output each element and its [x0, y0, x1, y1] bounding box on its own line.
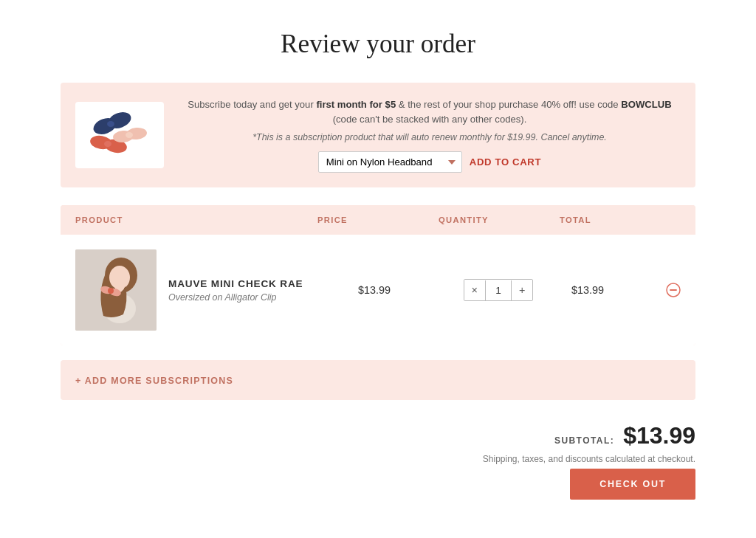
svg-point-17	[108, 288, 114, 294]
product-variant: Oversized on Alligator Clip	[168, 292, 303, 303]
svg-point-12	[109, 266, 130, 289]
col-header-product: PRODUCT	[75, 215, 317, 224]
order-table-body: MAUVE MINI CHECK RAE Oversized on Alliga…	[61, 235, 695, 345]
quantity-value: 1	[485, 280, 512, 300]
table-row: MAUVE MINI CHECK RAE Oversized on Alliga…	[75, 249, 681, 331]
product-name: MAUVE MINI CHECK RAE	[168, 278, 303, 289]
quantity-cell: × 1 +	[440, 279, 557, 301]
price-cell: $13.99	[316, 284, 433, 296]
svg-point-6	[104, 141, 111, 147]
subtotal-section: SUBTOTAL: $13.99 Shipping, taxes, and di…	[61, 422, 695, 500]
subscription-banner-content: Subscribe today and get your first month…	[179, 97, 681, 173]
page-container: Review your order	[61, 30, 695, 514]
total-amount: $13.99	[571, 284, 604, 296]
page-title: Review your order	[61, 30, 695, 59]
svg-point-9	[126, 132, 133, 138]
subtotal-row: SUBTOTAL: $13.99	[554, 422, 695, 449]
subscription-banner: Subscribe today and get your first month…	[61, 83, 695, 187]
svg-point-3	[107, 121, 114, 127]
quantity-decrease-button[interactable]: ×	[464, 280, 485, 300]
quantity-control: × 1 +	[464, 279, 534, 301]
col-header-price: PRICE	[317, 215, 439, 224]
add-to-cart-button[interactable]: ADD TO CART	[470, 156, 541, 168]
checkout-button[interactable]: CHECK OUT	[570, 469, 695, 500]
subscription-promo-text: Subscribe today and get your first month…	[179, 97, 681, 126]
order-table: PRODUCT PRICE QUANTITY TOTAL	[61, 205, 695, 345]
product-cell: MAUVE MINI CHECK RAE Oversized on Alliga…	[75, 249, 309, 331]
add-more-section: + ADD MORE SUBSCRIPTIONS	[61, 360, 695, 400]
col-header-total: TOTAL	[560, 215, 681, 224]
col-header-quantity: QUANTITY	[439, 215, 560, 224]
subtotal-amount: $13.99	[623, 422, 695, 449]
remove-item-button[interactable]	[666, 283, 681, 297]
variant-select[interactable]: Mini on Nylon Headband Oversized on Alli…	[318, 151, 462, 173]
shipping-note: Shipping, taxes, and discounts calculate…	[483, 454, 695, 464]
subtotal-label: SUBTOTAL:	[554, 435, 614, 446]
product-image	[75, 249, 157, 331]
product-info: MAUVE MINI CHECK RAE Oversized on Alliga…	[168, 278, 303, 303]
order-table-header: PRODUCT PRICE QUANTITY TOTAL	[61, 205, 695, 235]
subscription-controls: Mini on Nylon Headband Oversized on Alli…	[179, 151, 681, 173]
subscription-note: *This is a subscription product that wil…	[179, 132, 681, 142]
quantity-increase-button[interactable]: +	[512, 280, 532, 300]
add-more-subscriptions-link[interactable]: + ADD MORE SUBSCRIPTIONS	[75, 376, 233, 386]
total-cell: $13.99	[564, 283, 681, 297]
subscription-product-image	[75, 102, 164, 168]
